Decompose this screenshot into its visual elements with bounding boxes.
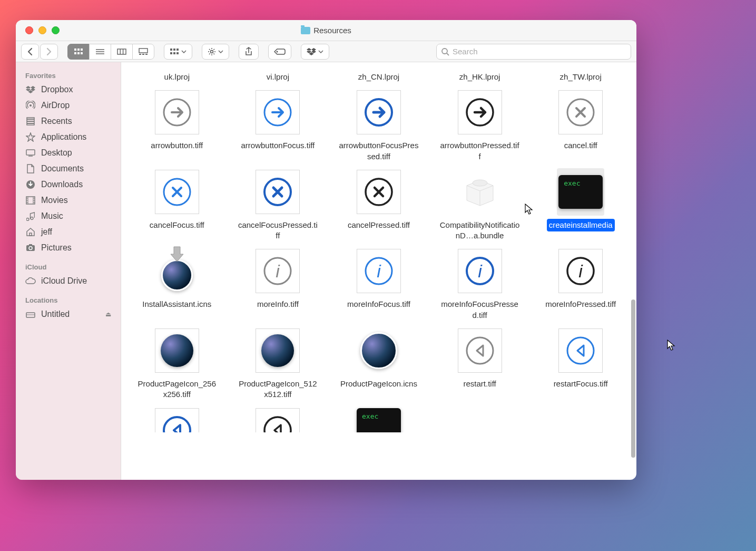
svg-rect-17 — [173, 49, 175, 51]
file-item[interactable]: InstallAssistant.icns — [133, 247, 221, 322]
desktop-icon — [25, 149, 36, 157]
sidebar-item-dropbox[interactable]: Dropbox — [16, 82, 121, 98]
file-item[interactable]: cancelPressed.tiff — [335, 168, 423, 243]
svg-rect-4 — [77, 52, 80, 54]
dropbox-button[interactable] — [301, 44, 329, 60]
forward-button[interactable] — [40, 44, 58, 60]
sidebar-item-label: Dropbox — [41, 85, 73, 94]
disk-icon — [25, 311, 36, 318]
file-item[interactable]: zh_HK.lproj — [436, 62, 524, 83]
file-label: moreInfoFocusPressed.tiff — [438, 298, 522, 322]
file-item[interactable] — [234, 406, 321, 432]
file-label: moreInfo.tiff — [255, 298, 301, 311]
file-item[interactable]: arrowbuttonPressed.tiff — [436, 89, 524, 163]
svg-point-22 — [211, 50, 213, 53]
sidebar-item-movies[interactable]: Movies — [16, 192, 121, 208]
body: Favorites Dropbox AirDrop Recents Applic… — [16, 62, 636, 480]
scrollbar[interactable] — [631, 299, 635, 458]
svg-rect-3 — [74, 52, 76, 54]
sidebar-item-disk[interactable]: Untitled⏏ — [16, 306, 121, 322]
file-item[interactable] — [133, 406, 221, 432]
back-button[interactable] — [21, 44, 39, 60]
chevron-right-icon — [46, 47, 52, 56]
minimize-button[interactable] — [38, 26, 46, 34]
sidebar-item-downloads[interactable]: Downloads — [16, 177, 121, 192]
file-icon: i — [456, 247, 504, 295]
sidebar-item-icloud[interactable]: iCloud Drive — [16, 273, 121, 289]
svg-point-53 — [473, 180, 487, 186]
file-item[interactable]: ProductPageIcon_512x512.tiff — [234, 327, 321, 401]
file-label: moreInfoPressed.tiff — [543, 298, 618, 311]
file-icon — [456, 168, 504, 216]
file-icon — [254, 327, 301, 374]
sidebar-item-applications[interactable]: Applications — [16, 129, 121, 145]
file-item[interactable]: execcreateinstallmedia — [537, 168, 624, 243]
cloud-icon — [25, 277, 36, 285]
search-field[interactable] — [436, 44, 631, 60]
file-item[interactable]: CompatibilityNotificationD…a.bundle — [436, 168, 524, 243]
svg-rect-2 — [81, 49, 83, 51]
file-item[interactable]: arrowbutton.tiff — [133, 89, 221, 163]
maximize-button[interactable] — [52, 26, 60, 34]
sidebar-item-label: Documents — [41, 164, 84, 173]
file-item[interactable]: imoreInfoFocusPressed.tiff — [436, 247, 524, 322]
file-item[interactable]: imoreInfoPressed.tiff — [537, 247, 624, 322]
sidebar-item-music[interactable]: Music — [16, 208, 121, 224]
sidebar-item-recents[interactable]: Recents — [16, 113, 121, 129]
music-icon — [25, 211, 36, 221]
file-item[interactable] — [537, 406, 624, 432]
eject-icon[interactable]: ⏏ — [105, 311, 111, 318]
group-button[interactable] — [164, 44, 192, 60]
file-area[interactable]: uk.lprojvi.lprojzh_CN.lprojzh_HK.lprojzh… — [121, 62, 636, 480]
view-list-button[interactable] — [89, 44, 111, 60]
view-columns-button[interactable] — [111, 44, 133, 60]
search-input[interactable] — [453, 47, 626, 56]
svg-text:i: i — [377, 261, 381, 281]
file-icon — [153, 247, 201, 295]
sidebar-item-label: Desktop — [41, 148, 72, 158]
svg-rect-27 — [26, 150, 35, 155]
traffic-lights — [25, 26, 60, 34]
sidebar-item-airdrop[interactable]: AirDrop — [16, 98, 121, 113]
tags-button[interactable] — [268, 44, 291, 60]
view-gallery-button[interactable] — [132, 44, 154, 60]
sidebar-item-pictures[interactable]: Pictures — [16, 240, 121, 256]
sidebar-item-documents[interactable]: Documents — [16, 161, 121, 177]
file-item[interactable]: ProductPageIcon.icns — [335, 327, 423, 401]
file-label: zh_TW.lproj — [558, 71, 604, 83]
sidebar-item-desktop[interactable]: Desktop — [16, 145, 121, 161]
file-item[interactable]: cancel.tiff — [537, 89, 624, 163]
columns-icon — [117, 48, 126, 55]
nav-buttons — [21, 44, 58, 60]
file-item[interactable]: cancelFocusPressed.tiff — [234, 168, 321, 243]
file-item[interactable]: vi.lproj — [234, 62, 321, 83]
file-item[interactable]: zh_CN.lproj — [335, 62, 423, 83]
file-item[interactable]: imoreInfo.tiff — [234, 247, 321, 322]
file-item[interactable]: imoreInfoFocus.tiff — [335, 247, 423, 322]
svg-point-63 — [567, 337, 594, 364]
svg-rect-21 — [176, 52, 179, 54]
view-icons-button[interactable] — [67, 44, 90, 60]
sidebar-item-home[interactable]: jeff — [16, 224, 121, 240]
svg-rect-12 — [139, 49, 148, 53]
file-item[interactable]: zh_TW.lproj — [537, 62, 624, 83]
file-label: ProductPageIcon_512x512.tiff — [235, 378, 320, 401]
file-item[interactable] — [436, 406, 524, 432]
file-icon — [355, 89, 402, 136]
file-item[interactable]: uk.lproj — [133, 62, 221, 83]
svg-rect-1 — [77, 49, 80, 51]
close-button[interactable] — [25, 26, 33, 34]
share-button[interactable] — [239, 44, 259, 60]
file-icon — [456, 327, 504, 374]
documents-icon — [25, 164, 36, 173]
file-item[interactable]: arrowbuttonFocus.tiff — [234, 89, 321, 163]
file-item[interactable]: restart.tiff — [436, 327, 524, 401]
file-item[interactable]: exec — [335, 406, 423, 432]
svg-text:i: i — [276, 261, 281, 281]
file-label: arrowbuttonFocusPressed.tiff — [337, 139, 421, 163]
file-item[interactable]: cancelFocus.tiff — [133, 168, 221, 243]
file-item[interactable]: arrowbuttonFocusPressed.tiff — [335, 89, 423, 163]
action-button[interactable] — [202, 44, 229, 60]
file-item[interactable]: ProductPageIcon_256x256.tiff — [133, 327, 221, 401]
file-item[interactable]: restartFocus.tiff — [537, 327, 624, 401]
